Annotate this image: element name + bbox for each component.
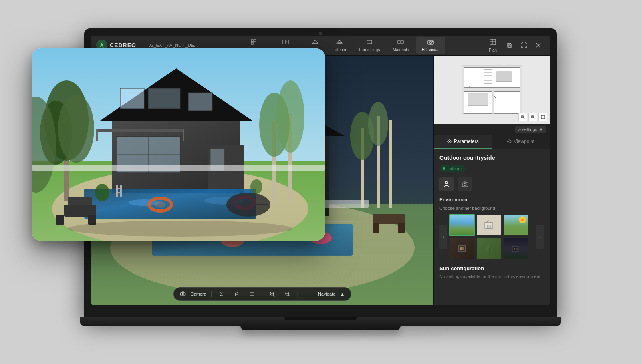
svg-line-63 (273, 295, 275, 296)
svg-point-147 (95, 184, 109, 201)
svg-rect-123 (96, 129, 184, 132)
toolbar-furnishings[interactable]: Furnishings (354, 37, 386, 54)
plan-button[interactable]: Plan (485, 37, 501, 54)
svg-point-15 (429, 41, 432, 44)
file-name: V2_EXT_AV_NUIT_DE... (143, 43, 202, 48)
tab-parameters[interactable]: Parameters (434, 135, 492, 149)
sun-config-title: Sun configuration (439, 265, 544, 271)
navigate-label: Navigate (318, 292, 335, 296)
divider-2 (262, 291, 262, 297)
svg-point-56 (182, 293, 184, 295)
svg-line-81 (524, 117, 525, 119)
svg-rect-73 (496, 72, 512, 82)
sidebar-tabs: Parameters Viewpoint (434, 135, 550, 149)
floor-plan-svg (460, 64, 524, 116)
svg-rect-96 (487, 225, 490, 228)
close-button[interactable] (533, 40, 544, 51)
svg-rect-115 (120, 88, 144, 109)
svg-line-67 (288, 295, 290, 296)
bg-thumb-grid (447, 214, 536, 260)
screenshot-card (32, 48, 325, 241)
divider-3 (298, 291, 298, 297)
view-settings-bar: w settings ▼ (434, 124, 550, 135)
furnishings-label: Furnishings (359, 48, 380, 52)
tab-viewpoint-label: Viewpoint (514, 139, 534, 144)
tag-label: Exterior (447, 166, 462, 171)
camera-flip-btn[interactable] (247, 290, 257, 298)
fp-fit[interactable] (538, 113, 547, 121)
hd-visual-icon (427, 38, 434, 47)
zoom-in-btn[interactable] (267, 290, 278, 298)
screenshot-render (32, 48, 325, 241)
view-person-btn[interactable] (439, 177, 454, 191)
view-camera-btn[interactable] (458, 177, 472, 191)
svg-rect-8 (367, 42, 372, 44)
svg-point-148 (250, 179, 262, 194)
svg-rect-72 (494, 92, 520, 114)
svg-rect-99 (460, 247, 462, 250)
svg-rect-98 (458, 246, 466, 251)
laptop-reflection (200, 332, 441, 336)
bg-thumb-2[interactable] (503, 214, 528, 236)
bg-thumb-4[interactable] (476, 237, 502, 260)
materials-label: Materials (393, 48, 409, 52)
svg-rect-103 (514, 248, 515, 250)
view-settings-label: w settings (518, 127, 537, 132)
camera-home-btn[interactable] (232, 290, 242, 298)
fp-zoom-in[interactable] (528, 113, 537, 121)
logo-text: CEDREO (110, 42, 136, 48)
plan-label: Plan (489, 48, 497, 52)
svg-point-58 (221, 292, 222, 294)
svg-rect-138 (56, 215, 64, 225)
svg-rect-2 (251, 42, 253, 44)
right-sidebar: w settings ▼ Parameters (433, 56, 550, 305)
fp-zoom-out[interactable] (518, 113, 527, 121)
fullscreen-button[interactable] (518, 40, 530, 51)
panel-content: Outdoor countryside Exterior (434, 149, 550, 305)
svg-rect-1 (254, 40, 256, 42)
svg-rect-116 (148, 88, 180, 109)
laptop-container: CEDREO V2_EXT_AV_NUIT_DE... Layout (80, 28, 561, 336)
scene-title: Outdoor countryside (439, 155, 544, 161)
roof-icon (312, 38, 319, 47)
svg-rect-0 (251, 40, 253, 42)
svg-rect-130 (32, 165, 325, 171)
tab-viewpoint[interactable]: Viewpoint (492, 135, 550, 149)
svg-rect-100 (462, 247, 464, 250)
toolbar-exterior[interactable]: Exterior (327, 37, 352, 54)
sun-config-section: Sun configuration No settings available … (439, 265, 544, 279)
toolbar-materials[interactable]: Materials (387, 37, 415, 54)
divider-1 (211, 291, 212, 297)
svg-point-16 (432, 41, 433, 42)
zoom-out-btn[interactable] (282, 290, 293, 298)
bg-thumb-0[interactable] (449, 214, 475, 236)
bg-nav-next[interactable]: › (536, 225, 544, 249)
bg-thumb-1[interactable] (476, 214, 502, 236)
navigate-btn[interactable] (303, 290, 313, 298)
layout-icon (250, 38, 257, 47)
laptop-base (80, 317, 561, 326)
svg-rect-142 (228, 204, 268, 205)
camera-person-btn[interactable] (216, 290, 227, 298)
svg-rect-7 (339, 42, 340, 44)
floor-plan-panel (434, 56, 550, 124)
bg-thumb-3[interactable] (449, 237, 475, 260)
tab-parameters-label: Parameters (454, 139, 479, 144)
floor-plan-controls (518, 113, 547, 121)
toolbar-hd-visual[interactable]: HD Visual (416, 37, 445, 54)
toolbar-right: Plan (485, 37, 550, 54)
view-settings-arrow: ▼ (539, 127, 543, 132)
view-types (439, 177, 544, 191)
save-button[interactable] (504, 40, 515, 51)
tag-dot (443, 167, 445, 170)
svg-rect-124 (96, 129, 98, 141)
svg-rect-50 (398, 223, 405, 233)
svg-rect-20 (508, 45, 511, 47)
view-settings-btn[interactable]: w settings ▼ (515, 126, 546, 133)
exterior-label: Exterior (333, 48, 346, 52)
environment-section: Environment Choose another background ‹ (439, 197, 544, 260)
bg-thumb-5[interactable] (503, 237, 528, 260)
camera-icon (180, 291, 186, 297)
bg-nav-prev[interactable]: ‹ (439, 225, 447, 249)
svg-rect-125 (183, 129, 184, 141)
